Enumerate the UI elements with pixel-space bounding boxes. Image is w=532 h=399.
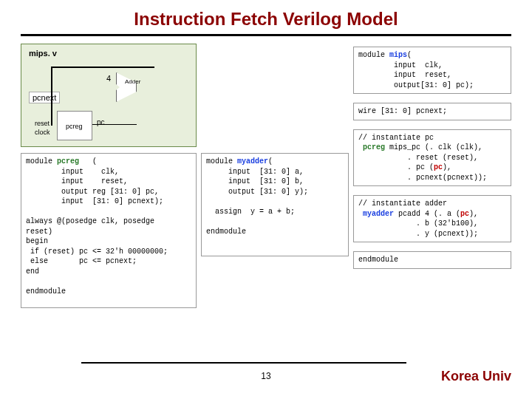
t: output [31: 0] y); — [206, 188, 308, 196]
page-title: Instruction Fetch Verilog Model — [21, 9, 511, 30]
t: else pc <= pcnext; — [26, 257, 137, 265]
t: pc — [460, 210, 469, 218]
t: mips — [389, 51, 407, 59]
t: . pcnext(pcnext)); — [358, 174, 487, 182]
wire — [51, 66, 52, 126]
pcnext-label: pcnext — [29, 92, 60, 103]
t: pcreg — [363, 143, 385, 151]
t: input [31: 0] pcnext); — [26, 197, 163, 205]
reset-label: reset — [35, 120, 50, 127]
t: ( — [268, 157, 273, 166]
clock-label: clock — [35, 129, 50, 136]
t: endmodule — [26, 287, 66, 296]
mid-column: module myadder( input [31: 0] a, input [… — [201, 44, 349, 308]
t: reset) — [26, 228, 52, 236]
t — [26, 208, 30, 216]
t: input reset, — [26, 177, 128, 185]
t: always @(posedge clk, posedge — [26, 217, 154, 225]
code-endmodule: endmodule — [353, 251, 511, 269]
t: input clk, — [26, 168, 119, 176]
diagram-file-label: mips. v — [29, 49, 57, 58]
code-inst-pc: // instantiate pc pcreg mips_pc (. clk (… — [353, 129, 511, 187]
content-row: mips. v pcnext 4 Adder reset clock pcreg… — [21, 44, 511, 308]
t: endmodule — [358, 256, 398, 264]
footer-brand: Korea Univ — [441, 369, 511, 384]
t: end — [26, 267, 39, 276]
t: myadder — [363, 210, 394, 218]
adder-shape — [116, 72, 137, 102]
const-4-label: 4 — [106, 74, 111, 83]
t — [206, 217, 211, 225]
t: . b (32'b100), — [358, 219, 478, 228]
t: endmodule — [206, 228, 246, 236]
adder-label: Adder — [125, 78, 140, 85]
t: . reset (reset), — [358, 154, 478, 162]
wire — [92, 124, 137, 125]
t: module — [206, 157, 237, 166]
code-pcreg: module pcreg ( input clk, input reset, o… — [21, 153, 197, 308]
pc-label: pc — [97, 118, 105, 126]
t: . pc ( — [358, 163, 434, 171]
t: pc — [434, 163, 443, 171]
t — [206, 197, 211, 205]
t: input reset, — [358, 71, 451, 79]
t: ), — [469, 210, 478, 218]
t: output reg [31: 0] pc, — [26, 188, 159, 196]
t: input clk, — [358, 61, 443, 69]
t: assign y = a + b; — [206, 208, 295, 216]
t: ( — [407, 51, 412, 59]
left-column: mips. v pcnext 4 Adder reset clock pcreg… — [21, 44, 197, 308]
t: // instantiate pc — [358, 134, 434, 142]
title-rule — [21, 34, 511, 36]
code-inst-adder: // instantiate adder myadder pcadd 4 (. … — [353, 195, 511, 242]
t: // instantiate adder — [358, 200, 447, 208]
pcreg-label: pcreg — [66, 123, 83, 130]
t: input [31: 0] b, — [206, 177, 304, 185]
page-number: 13 — [261, 371, 270, 381]
t: module — [358, 51, 389, 59]
code-mips-decl: module mips( input clk, input reset, out… — [353, 47, 511, 94]
code-wire: wire [31: 0] pcnext; — [353, 103, 511, 120]
t: if (reset) pc <= 32'h 00000000; — [26, 248, 168, 256]
wire — [51, 66, 154, 68]
t: input [31: 0] a, — [206, 168, 304, 176]
t: module — [26, 157, 57, 166]
t: begin — [26, 237, 48, 245]
t: ), — [443, 163, 451, 171]
t: pcreg — [57, 157, 79, 166]
code-myadder: module myadder( input [31: 0] a, input [… — [201, 153, 349, 256]
right-column: module mips( input clk, input reset, out… — [353, 44, 511, 308]
t: myadder — [237, 157, 268, 166]
t: mips_pc (. clk (clk), — [385, 143, 482, 151]
t: wire [31: 0] pcnext; — [358, 107, 447, 115]
t: ( — [79, 157, 97, 166]
footer-rule — [81, 362, 406, 364]
diagram: mips. v pcnext 4 Adder reset clock pcreg… — [21, 44, 197, 147]
t: . y (pcnext)); — [358, 230, 478, 238]
t: pcadd 4 (. a ( — [394, 210, 460, 218]
t: output[31: 0] pc); — [358, 81, 474, 89]
t — [26, 277, 30, 285]
